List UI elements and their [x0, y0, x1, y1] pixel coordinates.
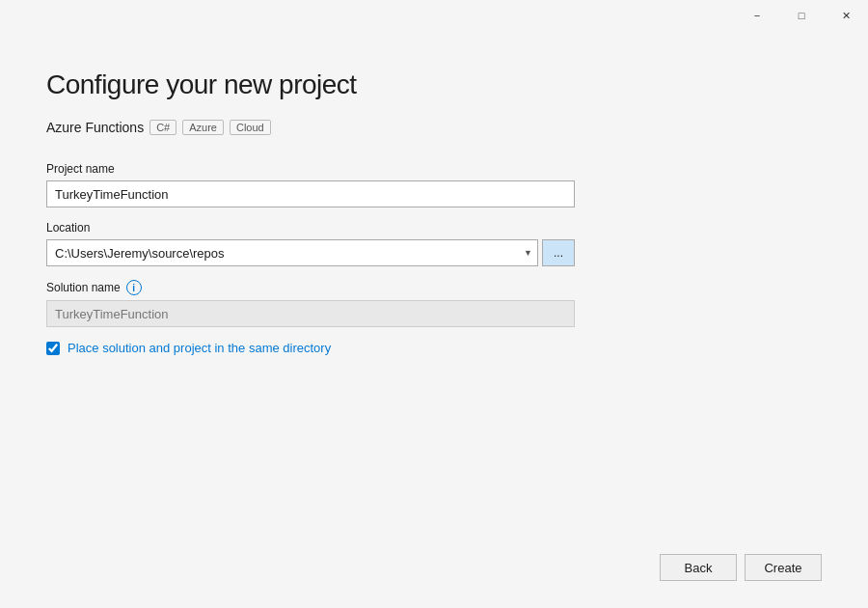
- checkbox-row: Place solution and project in the same d…: [46, 341, 822, 355]
- minimize-button[interactable]: −: [735, 0, 779, 31]
- project-type-label: Azure Functions: [46, 120, 144, 135]
- location-select[interactable]: C:\Users\Jeremy\source\repos: [46, 239, 538, 266]
- solution-name-label-row: Solution name i: [46, 280, 822, 295]
- project-name-input[interactable]: [46, 180, 575, 207]
- browse-button[interactable]: ...: [542, 239, 575, 266]
- footer-buttons: Back Create: [660, 554, 822, 581]
- maximize-button[interactable]: □: [779, 0, 824, 31]
- title-bar: − □ ✕: [0, 0, 868, 31]
- location-label: Location: [46, 221, 822, 235]
- location-row: C:\Users\Jeremy\source\repos ▼ ...: [46, 239, 575, 266]
- info-icon: i: [126, 280, 142, 295]
- tag-csharp: C#: [149, 120, 176, 135]
- page-title: Configure your new project: [46, 69, 822, 100]
- tag-cloud: Cloud: [230, 120, 271, 135]
- same-directory-label[interactable]: Place solution and project in the same d…: [68, 341, 331, 355]
- location-select-wrapper: C:\Users\Jeremy\source\repos ▼: [46, 239, 538, 266]
- main-content: Configure your new project Azure Functio…: [0, 31, 868, 608]
- same-directory-checkbox[interactable]: [46, 342, 60, 355]
- title-bar-controls: − □ ✕: [735, 0, 868, 31]
- solution-name-label: Solution name: [46, 281, 121, 294]
- close-button[interactable]: ✕: [824, 0, 868, 31]
- project-name-label: Project name: [46, 162, 822, 176]
- tags-row: Azure Functions C# Azure Cloud: [46, 120, 822, 135]
- solution-name-input: [46, 300, 575, 327]
- back-button[interactable]: Back: [660, 554, 737, 581]
- configure-project-window: − □ ✕ Configure your new project Azure F…: [0, 0, 868, 608]
- tag-azure: Azure: [182, 120, 224, 135]
- create-button[interactable]: Create: [745, 554, 822, 581]
- form-section: Project name Location C:\Users\Jeremy\so…: [46, 162, 822, 355]
